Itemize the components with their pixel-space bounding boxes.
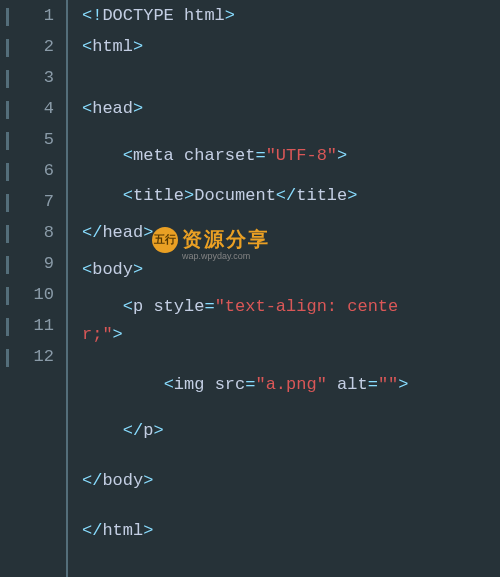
token-tag xyxy=(327,375,337,394)
token-punct: > xyxy=(143,471,153,490)
token-punct: </ xyxy=(276,186,296,205)
line-number: 2 xyxy=(44,37,54,56)
fold-mark xyxy=(6,194,9,212)
token-punct: < xyxy=(164,375,174,394)
token-tag: p xyxy=(143,421,153,440)
token-punct: > xyxy=(153,421,163,440)
code-area[interactable]: <!DOCTYPE html><html><head> <meta charse… xyxy=(68,0,500,577)
line-number: 11 xyxy=(34,316,54,335)
token-punct: > xyxy=(143,521,153,540)
token-attr: src xyxy=(215,375,246,394)
line-number: 3 xyxy=(44,68,54,87)
token-punct: > xyxy=(225,6,235,25)
line-gutter: 123456789101112 xyxy=(0,0,68,577)
code-line[interactable]: <body> xyxy=(82,260,496,279)
token-tag: title xyxy=(133,186,184,205)
token-punct: > xyxy=(133,99,143,118)
fold-mark xyxy=(6,225,9,243)
code-line[interactable]: <title>Document</title> xyxy=(82,186,496,205)
line-number: 7 xyxy=(44,192,54,211)
token-str: "UTF-8" xyxy=(266,146,337,165)
token-punct: = xyxy=(368,375,378,394)
token-punct: > xyxy=(184,186,194,205)
fold-mark xyxy=(6,318,9,336)
token-punct: > xyxy=(113,325,123,344)
token-punct: > xyxy=(133,37,143,56)
token-punct: <! xyxy=(82,6,102,25)
fold-mark xyxy=(6,101,9,119)
fold-mark xyxy=(6,132,9,150)
code-line[interactable]: <!DOCTYPE html> xyxy=(82,6,496,25)
code-line[interactable]: <html> xyxy=(82,37,496,56)
line-number: 9 xyxy=(44,254,54,273)
fold-mark xyxy=(6,70,9,88)
token-str: "" xyxy=(378,375,398,394)
token-punct: > xyxy=(143,223,153,242)
fold-mark xyxy=(6,287,9,305)
code-line[interactable]: <img src="a.png" alt=""> xyxy=(82,375,496,394)
token-attr: alt xyxy=(337,375,368,394)
line-number: 10 xyxy=(34,285,54,304)
fold-mark xyxy=(6,39,9,57)
token-tag: html xyxy=(102,521,143,540)
line-number: 4 xyxy=(44,99,54,118)
token-tag: title xyxy=(296,186,347,205)
line-number: 8 xyxy=(44,223,54,242)
token-tag: p xyxy=(133,297,153,316)
token-tag: html xyxy=(92,37,133,56)
token-punct: </ xyxy=(82,223,102,242)
code-line[interactable]: <p style="text-align: cente xyxy=(82,297,496,316)
code-line[interactable]: </body> xyxy=(82,471,496,490)
code-line[interactable]: r;"> xyxy=(82,325,496,344)
token-punct: > xyxy=(398,375,408,394)
token-punct: < xyxy=(82,37,92,56)
token-str: r;" xyxy=(82,325,113,344)
token-attr: charset xyxy=(184,146,255,165)
code-line[interactable]: <head> xyxy=(82,99,496,118)
token-punct: < xyxy=(123,186,133,205)
token-punct: < xyxy=(82,260,92,279)
token-punct: </ xyxy=(82,521,102,540)
token-punct: > xyxy=(337,146,347,165)
token-punct: < xyxy=(123,297,133,316)
token-tag: img xyxy=(174,375,215,394)
code-line[interactable]: </head> xyxy=(82,223,496,242)
token-punct: < xyxy=(123,146,133,165)
token-tag: meta xyxy=(133,146,184,165)
line-number: 12 xyxy=(34,347,54,366)
token-str: "a.png" xyxy=(255,375,326,394)
token-punct: </ xyxy=(123,421,143,440)
token-text: Document xyxy=(194,186,276,205)
token-punct: = xyxy=(255,146,265,165)
token-tag: head xyxy=(102,223,143,242)
code-line[interactable]: </html> xyxy=(82,521,496,540)
fold-mark xyxy=(6,163,9,181)
line-number: 5 xyxy=(44,130,54,149)
line-number: 1 xyxy=(44,6,54,25)
token-tag: body xyxy=(92,260,133,279)
fold-mark xyxy=(6,349,9,367)
token-str: "text-align: cente xyxy=(215,297,399,316)
token-punct: < xyxy=(82,99,92,118)
code-line[interactable]: <meta charset="UTF-8"> xyxy=(82,146,496,165)
token-tag: head xyxy=(92,99,133,118)
fold-mark xyxy=(6,256,9,274)
token-attr: style xyxy=(153,297,204,316)
code-line[interactable]: </p> xyxy=(82,421,496,440)
token-punct: > xyxy=(133,260,143,279)
token-tag: body xyxy=(102,471,143,490)
token-tag: DOCTYPE html xyxy=(102,6,224,25)
token-punct: > xyxy=(347,186,357,205)
line-number: 6 xyxy=(44,161,54,180)
token-punct: = xyxy=(245,375,255,394)
token-punct: = xyxy=(204,297,214,316)
fold-mark xyxy=(6,8,9,26)
token-punct: </ xyxy=(82,471,102,490)
